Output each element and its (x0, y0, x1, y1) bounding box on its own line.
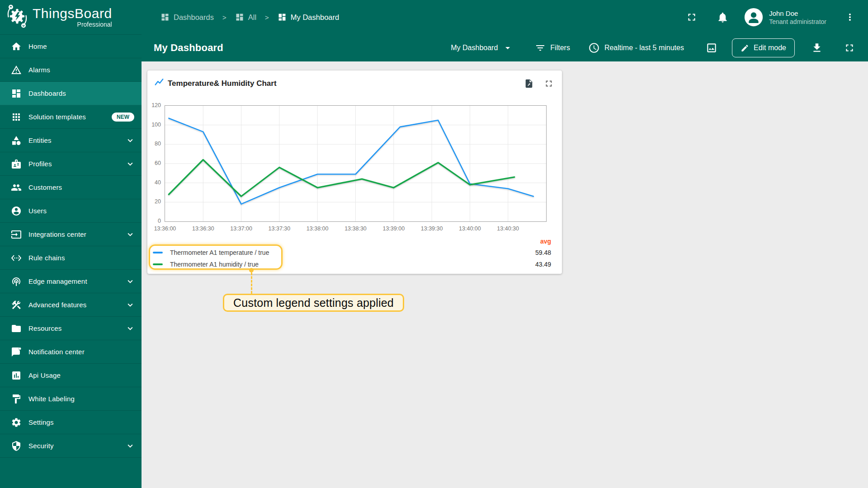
sidebar-item-security[interactable]: Security (0, 434, 142, 458)
breadcrumb-item-dashboards[interactable]: Dashboards (160, 13, 214, 22)
sidebar-item-solution-templates[interactable]: Solution templatesNEW (0, 105, 142, 129)
breadcrumb-label: My Dashboard (291, 13, 339, 22)
x-axis-tick: 13:39:00 (382, 225, 405, 232)
solution-templates-icon (11, 112, 22, 122)
sidebar-item-resources[interactable]: Resources (0, 317, 142, 340)
sidebar-item-white-labeling[interactable]: White Labeling (0, 387, 142, 411)
x-axis-tick: 13:37:30 (269, 225, 291, 232)
chevron-down-icon[interactable] (125, 230, 135, 239)
sidebar-item-label: Customers (28, 183, 135, 191)
dashboard-select[interactable]: My Dashboard (451, 42, 513, 53)
sidebar-item-label: Rule chains (28, 254, 135, 262)
breadcrumb: Dashboards>All>My Dashboard (160, 13, 686, 22)
sidebar-item-api-usage[interactable]: Api Usage (0, 364, 142, 387)
legend-row[interactable]: Thermometer A1 humidity / true43.49 (153, 258, 551, 270)
sidebar-item-users[interactable]: Users (0, 199, 142, 223)
y-axis-tick: 40 (155, 179, 161, 186)
chevron-down-icon[interactable] (125, 277, 135, 286)
thingsboard-logo-icon (5, 4, 30, 31)
sidebar-item-integrations-center[interactable]: Integrations center (0, 223, 142, 246)
dashboard-icon (278, 13, 287, 22)
sidebar-item-alarms[interactable]: Alarms (0, 58, 142, 82)
toolbar-fullscreen-icon[interactable] (844, 42, 855, 54)
legend-key (153, 252, 163, 253)
x-axis-tick: 13:36:00 (154, 225, 176, 232)
widget-fullscreen-icon[interactable] (544, 79, 554, 89)
legend: Thermometer A1 temperature / true59.48Th… (153, 247, 551, 270)
timewindow-button[interactable]: Realtime - last 5 minutes (588, 42, 684, 54)
thingsboard-app: ThingsBoard Professional HomeAlarmsDashb… (0, 0, 868, 488)
download-icon[interactable] (811, 42, 823, 54)
sidebar-item-label: Integrations center (28, 230, 125, 238)
app-logo[interactable]: ThingsBoard Professional (0, 0, 142, 34)
y-axis-tick: 100 (151, 122, 161, 128)
sidebar-item-notification-center[interactable]: Notification center (0, 340, 142, 364)
filter-icon (535, 42, 546, 53)
chart-widget[interactable]: Temperature& Humidity Chart 020406080100… (147, 70, 562, 274)
breadcrumb-item-all[interactable]: All (235, 13, 256, 22)
chart-svg (165, 106, 546, 221)
y-axis-tick: 20 (155, 198, 161, 205)
entities-icon (11, 135, 22, 146)
chevron-down-icon[interactable] (125, 136, 135, 145)
user-menu[interactable]: John Doe Tenant administrator (769, 9, 826, 26)
sidebar-item-entities[interactable]: Entities (0, 129, 142, 152)
export-widget-icon[interactable] (524, 79, 534, 89)
sidebar-item-settings[interactable]: Settings (0, 411, 142, 434)
breadcrumb-separator: > (220, 14, 229, 21)
edit-mode-button[interactable]: Edit mode (732, 38, 795, 57)
sidebar-item-home[interactable]: Home (0, 35, 142, 58)
avatar[interactable] (744, 8, 763, 27)
legend-label: Thermometer A1 temperature / true (170, 249, 535, 256)
sidebar-item-label: Dashboards (28, 89, 135, 97)
dashboard-canvas: Temperature& Humidity Chart 020406080100… (142, 61, 868, 488)
breadcrumb-label: Dashboards (174, 13, 214, 22)
settings-icon (11, 417, 22, 428)
sidebar-item-rule-chains[interactable]: Rule chains (0, 246, 142, 270)
breadcrumb-item-my-dashboard[interactable]: My Dashboard (278, 13, 339, 22)
legend-label: Thermometer A1 humidity / true (170, 261, 535, 268)
sidebar: ThingsBoard Professional HomeAlarmsDashb… (0, 0, 142, 488)
kebab-menu-icon[interactable] (844, 12, 855, 23)
sidebar-item-label: Users (28, 207, 135, 215)
api-usage-icon (11, 370, 22, 381)
sidebar-item-dashboards[interactable]: Dashboards (0, 82, 142, 105)
chevron-down-icon[interactable] (125, 324, 135, 333)
sidebar-item-label: White Labeling (28, 395, 135, 403)
chart-plot-area[interactable]: 02040608010012013:36:0013:36:3013:37:001… (165, 105, 547, 222)
sidebar-item-label: Api Usage (28, 371, 135, 379)
security-icon (11, 441, 22, 451)
x-axis-tick: 13:36:30 (192, 225, 214, 232)
sidebar-item-profiles[interactable]: Profiles (0, 152, 142, 176)
y-axis-tick: 0 (158, 218, 161, 224)
chevron-down-icon[interactable] (125, 300, 135, 310)
sidebar-item-customers[interactable]: Customers (0, 176, 142, 199)
notifications-bell-icon[interactable] (717, 11, 729, 23)
sidebar-item-label: Settings (28, 418, 135, 426)
new-badge: NEW (112, 113, 134, 122)
breadcrumb-separator: > (263, 14, 271, 21)
dashboard-image-icon[interactable] (706, 42, 717, 54)
filters-button[interactable]: Filters (535, 42, 570, 53)
x-axis-tick: 13:37:00 (230, 225, 252, 232)
sidebar-item-edge-management[interactable]: Edge management (0, 270, 142, 293)
rule-chains-icon (11, 253, 22, 263)
breadcrumb-label: All (248, 13, 256, 22)
sidebar-item-label: Profiles (28, 160, 125, 168)
x-axis-tick: 13:39:30 (421, 225, 443, 232)
legend-avg-value: 59.48 (535, 249, 551, 256)
filters-label: Filters (550, 44, 570, 52)
x-axis-tick: 13:40:00 (459, 225, 481, 232)
fullscreen-icon[interactable] (686, 11, 698, 23)
legend-row[interactable]: Thermometer A1 temperature / true59.48 (153, 247, 551, 258)
user-name: John Doe (769, 9, 826, 18)
users-icon (11, 206, 22, 216)
pencil-icon (741, 44, 749, 52)
chevron-down-icon[interactable] (125, 441, 135, 451)
sidebar-item-label: Alarms (28, 66, 135, 74)
chevron-down-icon[interactable] (125, 159, 135, 169)
line-chart-icon (154, 78, 164, 89)
x-axis-tick: 13:38:30 (344, 225, 367, 232)
dashboards-icon (11, 88, 22, 99)
sidebar-item-advanced-features[interactable]: Advanced features (0, 293, 142, 317)
